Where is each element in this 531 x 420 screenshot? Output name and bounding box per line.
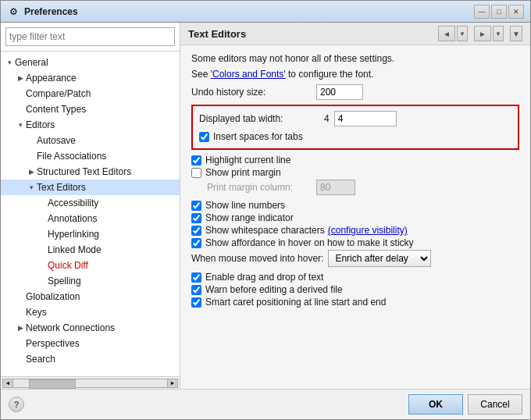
print-margin-col-row: Print margin column: — [207, 180, 519, 195]
info-text-2: See 'Colors and Fonts' to configure the … — [191, 69, 519, 80]
info2-post: to configure the font. — [286, 69, 374, 80]
scroll-thumb[interactable] — [29, 379, 76, 389]
sidebar-item-label: Accessibility — [48, 198, 98, 208]
highlight-checkbox[interactable] — [191, 155, 201, 166]
horizontal-scrollbar[interactable]: ◄ ► — [1, 376, 180, 389]
smart-caret-row: Smart caret positioning at line start an… — [191, 297, 519, 308]
nav-back-button[interactable]: ◄ — [438, 26, 455, 41]
range-indicator-checkbox[interactable] — [191, 213, 201, 223]
sidebar-item-label: Keys — [26, 307, 47, 318]
affordance-checkbox[interactable] — [191, 238, 201, 248]
cancel-button[interactable]: Cancel — [468, 394, 522, 415]
title-bar: ⚙ Preferences — □ ✕ — [1, 1, 530, 23]
preferences-window: ⚙ Preferences — □ ✕ ▾ General — [0, 0, 531, 420]
nav-menu-button[interactable]: ▼ — [510, 26, 522, 41]
sidebar-item-label: File Associations — [37, 151, 106, 162]
sidebar-item-text-editors[interactable]: ▾ Text Editors — [1, 180, 180, 195]
undo-input[interactable] — [316, 84, 363, 100]
sidebar-item-label: Hyperlinking — [48, 229, 99, 240]
expand-icon — [37, 260, 48, 271]
configure-visibility-link[interactable]: (configure visibility) — [328, 225, 408, 236]
sidebar-item-appearance[interactable]: ▶ Appearance — [1, 70, 180, 86]
warn-editing-row: Warn before editing a derived file — [191, 284, 519, 295]
nav-back-drop[interactable]: ▼ — [457, 26, 468, 41]
expand-icon — [15, 354, 26, 365]
smart-caret-label: Smart caret positioning at line start an… — [205, 297, 386, 308]
colors-fonts-link[interactable]: 'Colors and Fonts' — [211, 69, 286, 80]
maximize-button[interactable]: □ — [491, 5, 507, 19]
expand-icon — [37, 198, 48, 208]
tab-width-label: Displayed tab width: — [199, 113, 324, 124]
print-margin-checkbox[interactable] — [191, 168, 201, 178]
nav-fwd-button[interactable]: ► — [474, 26, 491, 41]
sidebar-item-annotations[interactable]: Annotations — [1, 211, 180, 226]
insert-spaces-label: Insert spaces for tabs — [213, 131, 303, 142]
nav-fwd-drop[interactable]: ▼ — [493, 26, 504, 41]
minimize-button[interactable]: — — [474, 5, 490, 19]
sidebar-item-label: Compare/Patch — [26, 88, 91, 99]
sidebar-item-globalization[interactable]: Globalization — [1, 289, 180, 304]
tree-area: ▾ General ▶ Appearance Compare/Patch — [1, 52, 180, 376]
expand-icon: ▶ — [15, 73, 26, 84]
tab-width-value: 4 — [324, 113, 330, 124]
line-numbers-label: Show line numbers — [205, 200, 285, 211]
sidebar-item-label: Annotations — [48, 213, 97, 224]
smart-caret-checkbox[interactable] — [191, 297, 201, 308]
warn-editing-checkbox[interactable] — [191, 285, 201, 295]
sidebar-item-label: Search — [26, 354, 55, 365]
print-margin-input — [316, 180, 355, 195]
close-button[interactable]: ✕ — [508, 5, 524, 19]
expand-icon — [37, 213, 48, 224]
undo-history-row: Undo history size: — [191, 84, 519, 100]
sidebar-item-accessibility[interactable]: Accessibility — [1, 195, 180, 211]
drag-drop-checkbox[interactable] — [191, 272, 201, 283]
sidebar-item-hyperlinking[interactable]: Hyperlinking — [1, 226, 180, 242]
sidebar-item-label: Globalization — [26, 291, 80, 302]
expand-icon: ▾ — [4, 57, 15, 68]
line-numbers-checkbox[interactable] — [191, 201, 201, 211]
sidebar-item-content-types[interactable]: Content Types — [1, 101, 180, 117]
drag-drop-label: Enable drag and drop of text — [205, 272, 323, 283]
sidebar-item-keys[interactable]: Keys — [1, 304, 180, 320]
sidebar-item-quick-diff[interactable]: Quick Diff — [1, 258, 180, 273]
sidebar-item-compare[interactable]: Compare/Patch — [1, 86, 180, 101]
sidebar-item-label: Editors — [26, 119, 55, 130]
tab-width-input[interactable] — [334, 111, 397, 126]
sidebar-item-label: Quick Diff — [48, 260, 88, 271]
sidebar-item-general[interactable]: ▾ General — [1, 55, 180, 70]
content-area: ▾ General ▶ Appearance Compare/Patch — [1, 23, 530, 389]
expand-icon: ▶ — [15, 322, 26, 333]
sidebar-item-label: Perspectives — [26, 338, 80, 349]
insert-spaces-checkbox[interactable] — [199, 132, 209, 142]
sidebar-item-label: Text Editors — [37, 182, 86, 193]
sidebar-item-editors[interactable]: ▾ Editors — [1, 117, 180, 133]
scroll-left-btn[interactable]: ◄ — [2, 379, 13, 388]
right-content: Some editors may not honor all of these … — [180, 45, 530, 389]
expand-icon: ▶ — [26, 166, 37, 177]
whitespace-label: Show whitespace characters — [205, 225, 325, 236]
whitespace-checkbox[interactable] — [191, 226, 201, 236]
help-button[interactable]: ? — [9, 397, 24, 412]
hover-select[interactable]: Enrich after delay Enrich immediately Ne… — [328, 250, 431, 267]
sidebar-item-label: Structured Text Editors — [37, 166, 131, 177]
sidebar-item-struct-text[interactable]: ▶ Structured Text Editors — [1, 164, 180, 180]
search-input[interactable] — [5, 27, 175, 46]
ok-button[interactable]: OK — [408, 394, 463, 415]
sidebar-item-search[interactable]: Search — [1, 351, 180, 367]
expand-icon — [26, 135, 37, 146]
sidebar-item-autosave[interactable]: Autosave — [1, 133, 180, 148]
range-indicator-row: Show range indicator — [191, 212, 519, 223]
expand-icon — [37, 244, 48, 255]
scroll-right-btn[interactable]: ► — [167, 379, 178, 388]
sidebar-item-label: Autosave — [37, 135, 76, 146]
sidebar-item-label: Content Types — [26, 104, 86, 115]
sidebar-item-linked-mode[interactable]: Linked Mode — [1, 242, 180, 258]
title-bar-buttons: — □ ✕ — [474, 5, 524, 19]
sidebar-item-file-assoc[interactable]: File Associations — [1, 148, 180, 164]
right-header: Text Editors ◄ ▼ ► ▼ ▼ — [180, 23, 530, 45]
undo-label: Undo history size: — [191, 87, 316, 98]
sidebar-item-spelling[interactable]: Spelling — [1, 273, 180, 289]
sidebar-item-network[interactable]: ▶ Network Connections — [1, 320, 180, 336]
sidebar-item-perspectives[interactable]: Perspectives — [1, 336, 180, 351]
whitespace-row: Show whitespace characters (configure vi… — [191, 225, 519, 236]
